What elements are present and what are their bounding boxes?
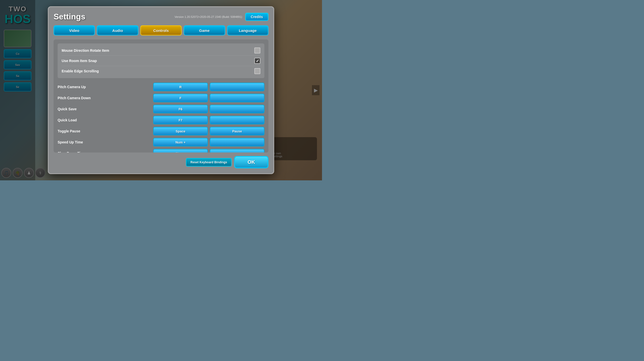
key-quick-save-primary[interactable]: F6 (153, 105, 208, 113)
tab-controls[interactable]: Controls (140, 25, 182, 35)
settings-modal: Settings Version 1.20.52072+2020-05-27.1… (48, 6, 274, 174)
keybind-section: Pitch Camera Up R Pitch Camera Down F Qu… (58, 82, 264, 152)
modal-footer: Reset Keyboard Bindings OK (54, 156, 268, 168)
keybind-label-quick-save: Quick Save (58, 107, 153, 111)
credits-button[interactable]: Credits (245, 13, 268, 21)
keybind-buttons-speed-up: Num + (153, 138, 264, 146)
keybind-label-toggle-pause: Toggle Pause (58, 129, 153, 133)
modal-title: Settings (54, 12, 85, 21)
keybind-row-quick-save: Quick Save F6 (58, 104, 264, 114)
keybind-buttons-pitch-down: F (153, 94, 264, 102)
keybind-row-speed-up: Speed Up Time Num + (58, 137, 264, 147)
modal-header: Settings Version 1.20.52072+2020-05-27.1… (54, 12, 268, 21)
toggle-label-edge-scroll: Enable Edge Scrolling (62, 69, 99, 73)
keybind-row-quick-load: Quick Load F7 (58, 115, 264, 125)
toggle-row-room-snap: Use Room Item Snap (62, 56, 260, 66)
checkbox-edge-scroll[interactable] (254, 68, 260, 74)
modal-overlay: Settings Version 1.20.52072+2020-05-27.1… (0, 0, 322, 180)
key-toggle-pause-secondary[interactable]: Pause (210, 127, 264, 135)
key-pitch-down-primary[interactable]: F (153, 94, 208, 102)
content-area: Mouse Direction Rotate Item Use Room Ite… (54, 39, 268, 152)
keybind-label-speed-up: Speed Up Time (58, 140, 153, 144)
key-toggle-pause-primary[interactable]: Space (153, 127, 208, 135)
keybind-buttons-pitch-up: R (153, 83, 264, 91)
keybind-label-quick-load: Quick Load (58, 118, 153, 122)
keybind-row-toggle-pause: Toggle Pause Space Pause (58, 126, 264, 136)
key-quick-save-secondary[interactable] (210, 105, 264, 113)
key-quick-load-secondary[interactable] (210, 116, 264, 124)
toggle-label-mouse-direction: Mouse Direction Rotate Item (62, 48, 109, 53)
key-slow-down-primary[interactable]: Num - (153, 149, 208, 152)
keybind-buttons-slow-down: Num - (153, 149, 264, 152)
keybind-row-slow-down: Slow Down Time Num - (58, 148, 264, 152)
keybind-row-pitch-down: Pitch Camera Down F (58, 93, 264, 103)
tab-game[interactable]: Game (184, 25, 225, 35)
ok-button[interactable]: OK (234, 156, 268, 168)
toggle-section: Mouse Direction Rotate Item Use Room Ite… (58, 43, 264, 78)
key-speed-up-primary[interactable]: Num + (153, 138, 208, 146)
toggle-row-mouse-direction: Mouse Direction Rotate Item (62, 45, 260, 56)
tab-language[interactable]: Language (227, 25, 268, 35)
key-pitch-up-secondary[interactable] (210, 83, 264, 91)
keybind-row-pitch-up: Pitch Camera Up R (58, 82, 264, 92)
keybind-label-pitch-down: Pitch Camera Down (58, 96, 153, 100)
version-text: Version 1.20.52072+2020-05-27.1540 (Buil… (175, 15, 242, 18)
keybind-label-slow-down: Slow Down Time (58, 151, 153, 152)
key-slow-down-secondary[interactable] (210, 149, 264, 152)
keybind-buttons-toggle-pause: Space Pause (153, 127, 264, 135)
version-credits-area: Version 1.20.52072+2020-05-27.1540 (Buil… (175, 13, 268, 21)
tab-audio[interactable]: Audio (97, 25, 138, 35)
toggle-row-edge-scroll: Enable Edge Scrolling (62, 66, 260, 76)
key-speed-up-secondary[interactable] (210, 138, 264, 146)
reset-keyboard-button[interactable]: Reset Keyboard Bindings (186, 158, 232, 167)
keybind-buttons-quick-save: F6 (153, 105, 264, 113)
checkbox-room-snap[interactable] (254, 58, 260, 64)
keybind-buttons-quick-load: F7 (153, 116, 264, 124)
tab-video[interactable]: Video (54, 25, 95, 35)
key-pitch-up-primary[interactable]: R (153, 83, 208, 91)
toggle-label-room-snap: Use Room Item Snap (62, 59, 97, 63)
keybind-label-pitch-up: Pitch Camera Up (58, 85, 153, 89)
checkbox-mouse-direction[interactable] (254, 47, 260, 54)
key-pitch-down-secondary[interactable] (210, 94, 264, 102)
key-quick-load-primary[interactable]: F7 (153, 116, 208, 124)
tab-bar: Video Audio Controls Game Language (54, 25, 268, 35)
